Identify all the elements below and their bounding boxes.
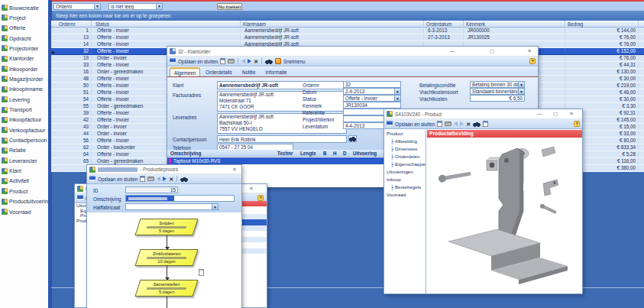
- tree-item-bestelregels[interactable]: ├ Bestelregels: [384, 183, 426, 191]
- column-header-orderdatum[interactable]: Orderdatum: [424, 21, 464, 28]
- sidebar-item-offerte[interactable]: Offerte: [2, 24, 25, 33]
- previous-record-icon[interactable]: [241, 59, 245, 63]
- chevron-down-icon[interactable]: ▼: [518, 82, 524, 87]
- snelmenu-icon[interactable]: [275, 58, 281, 64]
- help-icon[interactable]: ?: [529, 58, 536, 64]
- sidebar-item-leverancier[interactable]: Leverancier: [2, 156, 37, 165]
- table-row[interactable]: 1Offerte - invoerAannemersbedrijf JR-sof…: [51, 28, 644, 34]
- contactpersoon-lookup-button[interactable]: [348, 135, 357, 142]
- tree-item-uitvoeringen[interactable]: Uitvoeringen: [384, 168, 426, 176]
- delete-icon[interactable]: ✕: [466, 122, 471, 127]
- ordernr-field[interactable]: 32: [343, 81, 401, 88]
- tab-orderdetails[interactable]: Orderdetails: [201, 67, 236, 76]
- process-step-samenstellen[interactable]: Samenstellen5 dagen: [134, 280, 198, 297]
- save-icon[interactable]: [387, 121, 393, 127]
- sidebar-item-inkoopfactuur[interactable]: Inkoopfactuur: [2, 115, 41, 125]
- tree-item-dimensies[interactable]: ├ Dimensies: [384, 145, 426, 153]
- omschrijving-field[interactable]: [125, 195, 235, 202]
- sidebar-item-klantorder[interactable]: Klantorder: [2, 54, 34, 63]
- sidebar-item-contactpersoon[interactable]: Contactpersoon: [2, 136, 47, 145]
- column-header-klantnaam[interactable]: Klantnaam: [241, 21, 424, 28]
- tree-item-voorraad[interactable]: Voorraad: [384, 191, 426, 199]
- save-icon[interactable]: [77, 195, 83, 201]
- sidebar-item-transport[interactable]: Transport: [2, 105, 32, 115]
- chevron-down-icon[interactable]: ▼: [212, 204, 218, 209]
- sidebar-item-bouwcreatie[interactable]: Bouwcreatie: [2, 3, 39, 12]
- kenmerk-field[interactable]: JR130034: [343, 102, 401, 109]
- sidebar-item-productuitvoering[interactable]: Productuitvoering: [2, 197, 50, 206]
- id-field[interactable]: 15: [125, 186, 178, 193]
- sidebar-item-projectorder[interactable]: Projectorder: [2, 44, 38, 53]
- next-record-icon[interactable]: [248, 59, 251, 63]
- save-close-button[interactable]: Opslaan en sluiten: [98, 177, 138, 182]
- klant-field[interactable]: Aannemersbedrijf JR-soft: [217, 81, 347, 89]
- print-icon[interactable]: [445, 122, 451, 126]
- contactpersoon-field[interactable]: Heer Erik Rottink: [217, 135, 347, 143]
- print-icon[interactable]: [147, 177, 154, 181]
- chevron-down-icon[interactable]: ▼: [94, 4, 100, 9]
- chevron-down-icon[interactable]: ▼: [394, 96, 400, 101]
- close-button[interactable]: ✕: [246, 184, 257, 193]
- help-icon[interactable]: ?: [257, 195, 264, 201]
- vrachtkostensoort-field[interactable]: Standaard binnenland▼: [470, 88, 525, 95]
- sidebar-item-project[interactable]: Project: [2, 13, 26, 22]
- sidebar-item-product[interactable]: Product: [2, 186, 28, 196]
- column-header-ordernr[interactable]: Ordernr: [57, 21, 92, 28]
- column-header-kenmerk[interactable]: Kenmerk: [464, 21, 565, 28]
- sidebar-item-verkoopfactuur[interactable]: Verkoopfactuur: [2, 125, 45, 135]
- sidebar-item-inkooporder[interactable]: Inkooporder: [2, 64, 37, 73]
- sidebar-item-inkoopinname[interactable]: Inkoopinname: [2, 85, 43, 94]
- status-field[interactable]: Offerte - invoer▼: [343, 95, 401, 102]
- sidebar-item-relatie[interactable]: Relatie: [2, 146, 26, 155]
- close-button[interactable]: ✕: [566, 109, 577, 118]
- previous-record-icon[interactable]: [454, 122, 458, 126]
- process-step-snijden[interactable]: Snijden5 dagen: [134, 219, 198, 235]
- delete-icon[interactable]: ✕: [254, 59, 258, 64]
- document-icon[interactable]: [199, 269, 204, 276]
- next-record-icon[interactable]: [460, 122, 464, 126]
- filter-field-dropdown[interactable]: Ordernr ▼: [53, 3, 101, 10]
- previous-record-icon[interactable]: [157, 177, 160, 181]
- snelmenu-button[interactable]: Snelmenu: [283, 59, 305, 64]
- tree-item-afbeelding[interactable]: ├ Afbeelding: [384, 138, 426, 145]
- tree-item-onderdelen[interactable]: ├ Onderdelen: [384, 153, 426, 160]
- column-header-status[interactable]: Status: [93, 21, 241, 28]
- save-close-button[interactable]: Opslaan en sluiten: [395, 122, 435, 127]
- search-icon[interactable]: [180, 177, 188, 182]
- maximize-button[interactable]: ▢: [550, 109, 561, 118]
- save-close-button[interactable]: Opslaan en sluiten: [178, 59, 218, 64]
- sidebar-item-voorraad[interactable]: Voorraad: [2, 207, 31, 216]
- tab-notitie[interactable]: Notitie: [238, 67, 261, 76]
- search-icon[interactable]: [265, 59, 273, 64]
- chevron-down-icon[interactable]: ▼: [156, 4, 162, 9]
- minimize-button[interactable]: —: [447, 47, 458, 55]
- maximize-button[interactable]: ▢: [487, 47, 497, 55]
- tab-informatie[interactable]: Informatie: [261, 67, 292, 76]
- search-now-button[interactable]: Nu zoeken: [217, 3, 242, 10]
- tree-item-eigenschappen[interactable]: ├ Eigenschappen: [384, 160, 426, 168]
- factuuradres-field[interactable]: Aannemersbedrijf JR-soft Molenstraat 71 …: [217, 91, 347, 112]
- next-record-icon[interactable]: [163, 177, 167, 181]
- minimize-button[interactable]: —: [534, 109, 545, 118]
- sidebar-item-opdracht[interactable]: Opdracht: [2, 34, 31, 43]
- sidebar-item-levering[interactable]: Levering: [2, 95, 30, 104]
- copy-icon[interactable]: [437, 121, 442, 127]
- search-icon[interactable]: [473, 122, 481, 127]
- close-button[interactable]: ✕: [524, 47, 535, 55]
- column-header-bedrag[interactable]: Bedrag: [565, 21, 639, 28]
- tree-item-inkoop[interactable]: Inkoop: [384, 176, 426, 183]
- table-row[interactable]: 13Offerte - invoerAannemersbedrijf JR-so…: [51, 34, 644, 41]
- copy-icon[interactable]: [220, 58, 225, 64]
- process-step-zinkfosfateren[interactable]: Zinkfosfateren10 dagen: [134, 249, 198, 266]
- sidebar-item-magazijnorder[interactable]: Magazijnorder: [2, 74, 43, 83]
- save-icon[interactable]: [89, 176, 95, 182]
- save-icon[interactable]: [170, 58, 176, 64]
- halffabricaat-dropdown[interactable]: ▼: [125, 203, 218, 210]
- close-button[interactable]: ✕: [229, 165, 240, 173]
- paste-icon[interactable]: [483, 121, 488, 127]
- chevron-down-icon[interactable]: ▼: [518, 89, 524, 94]
- chevron-down-icon[interactable]: ▼: [394, 89, 400, 94]
- sidebar-item-klant[interactable]: Klant: [2, 167, 21, 176]
- filter-operator-dropdown[interactable]: is niet leeg ▼: [108, 3, 163, 10]
- group-by-bar[interactable]: Sleep hier een kolom naar toe om er op t…: [52, 11, 644, 21]
